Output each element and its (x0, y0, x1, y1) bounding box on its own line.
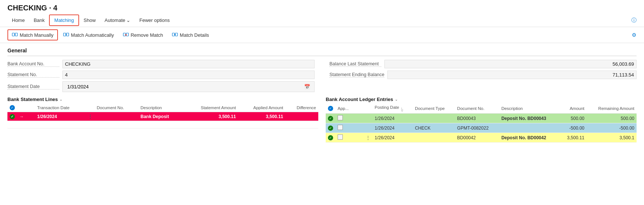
form-left-col: Bank Account No. CHECKING Statement No. … (7, 60, 315, 92)
bal-row3-app (335, 133, 355, 143)
bsl-row-check: ✓ (7, 112, 17, 121)
bal-row2-amount: -500.00 (560, 123, 586, 133)
bsl-header-check[interactable]: ✓ (10, 105, 15, 110)
bal-row1-check: ✓ (326, 114, 335, 123)
bal-row1-document-type (413, 114, 455, 123)
statement-date-label: Statement Date (7, 84, 59, 90)
bsl-row-arrow: → (17, 112, 26, 121)
nav-matching[interactable]: Matching (49, 14, 79, 26)
bal-row2-app (335, 123, 355, 133)
bal-row1-app (335, 114, 355, 123)
bal-col-document-type: Document Type (413, 104, 455, 114)
balance-last-statement-label: Balance Last Statement (329, 61, 381, 67)
info-icon[interactable]: ⓘ (631, 17, 637, 23)
bal-row3-document-no: BD00042 (455, 133, 499, 143)
statement-no-row: Statement No. 4 (7, 71, 315, 79)
bal-row1-posting-date: 1/26/2024 (373, 114, 413, 123)
nav-show[interactable]: Show (79, 15, 100, 25)
match-automatically-button[interactable]: Match Automatically (59, 30, 118, 40)
bal-header-check[interactable]: ✓ (328, 106, 333, 111)
svg-rect-10 (172, 33, 175, 36)
bal-row3-description: Deposit No. BD00042 (499, 133, 560, 143)
match-automatically-icon (63, 32, 69, 38)
chevron-down-icon: ⌄ (126, 17, 130, 23)
bal-row1-check-icon: ✓ (328, 116, 333, 121)
bal-col-posting-date: Posting Date ↓▽ (373, 104, 413, 114)
bank-ledger-header-row: Bank Account Ledger Entries ⌄ (326, 97, 637, 102)
bank-account-value: CHECKING (62, 60, 315, 68)
bank-statement-dropdown-icon[interactable]: ⌄ (59, 97, 62, 101)
remove-match-icon (123, 32, 129, 38)
bal-row1-document-no: BD00043 (455, 114, 499, 123)
svg-rect-4 (66, 33, 69, 36)
bsl-row-statement-amount: 3,500.11 (183, 112, 238, 121)
statement-date-input[interactable]: 1/31/2024 (65, 83, 302, 91)
remove-match-button[interactable]: Remove Match (119, 30, 167, 40)
balance-last-statement-value: 56,003.69 (384, 60, 637, 68)
bank-ledger-dropdown-icon[interactable]: ⌄ (395, 97, 398, 101)
bal-row2-app-square (338, 125, 343, 130)
bsl-row-dots[interactable]: ⋮ (86, 112, 95, 121)
table-row[interactable]: ✓ 1/26/2024 BD00043 Deposit No. BD00043 … (326, 114, 637, 123)
match-manually-icon (12, 32, 18, 38)
bal-row2-dots (364, 123, 373, 133)
bal-row1-dots (364, 114, 373, 123)
bank-ledger-panel: Bank Account Ledger Entries ⌄ ✓ App... P… (322, 97, 637, 143)
page-title: CHECKING · 4 (7, 4, 57, 12)
calendar-icon[interactable]: 📅 (302, 83, 312, 91)
statement-ending-balance-row: Statement Ending Balance 71,113.54 (329, 71, 637, 79)
bal-row2-check2 (355, 123, 364, 133)
bank-statement-header-row: Bank Statement Lines ⌄ (7, 97, 318, 102)
nav-fewer-options[interactable]: Fewer options (135, 15, 174, 25)
bal-row2-document-type: CHECK (413, 123, 455, 133)
statement-ending-balance-label: Statement Ending Balance (329, 72, 384, 78)
bsl-row-check2 (26, 112, 35, 121)
tables-section: Bank Statement Lines ⌄ ✓ Transaction Dat… (0, 97, 644, 143)
bal-col-check: ✓ (326, 104, 335, 114)
bal-row2-posting-date: 1/26/2024 (373, 123, 413, 133)
bal-row1-app-square (338, 115, 343, 120)
bal-row3-dots[interactable]: ⋮ (364, 133, 373, 143)
bsl-col-difference: Difference (286, 104, 318, 112)
table-row[interactable]: ✓ 1/26/2024 CHECK GPMT-0082022 -500.00 -… (326, 123, 637, 133)
statement-date-field[interactable]: 1/31/2024 📅 (62, 81, 315, 92)
bal-col-dots (364, 104, 373, 114)
statement-no-label: Statement No. (7, 72, 59, 78)
balance-last-statement-row: Balance Last Statement 56,003.69 (329, 60, 637, 68)
bal-col-document-no: Document No. (455, 104, 499, 114)
bal-row3-amount: 3,500.11 (560, 133, 586, 143)
bsl-col-description: Description (138, 104, 183, 112)
match-manually-button[interactable]: Match Manually (7, 29, 58, 40)
bal-row1-remaining: 500.00 (587, 114, 637, 123)
bal-row2-document-no: GPMT-0082022 (455, 123, 499, 133)
nav-home[interactable]: Home (7, 15, 29, 25)
bal-row2-remaining: -500.00 (587, 123, 637, 133)
bsl-row-check-icon: ✓ (10, 114, 15, 119)
table-row[interactable]: ✓ ⋮ 1/26/2024 BD00042 Deposit No. BD0004… (326, 133, 637, 143)
bsl-row-description: Bank Deposit (138, 112, 183, 121)
bsl-col-transaction-date: Transaction Date (35, 104, 86, 112)
table-row[interactable]: ✓ → 1/26/2024 ⋮ Bank Deposit 3,500.11 3,… (7, 112, 318, 121)
bal-row3-check-icon: ✓ (328, 135, 333, 140)
settings-icon[interactable]: ⚙ (632, 32, 637, 38)
bank-statement-table: ✓ Transaction Date Document No. Descript… (7, 104, 318, 128)
bank-statement-title: Bank Statement Lines (7, 97, 58, 102)
bank-account-row: Bank Account No. CHECKING (7, 60, 315, 68)
svg-rect-3 (64, 33, 66, 36)
bsl-row-transaction-date: 1/26/2024 (35, 112, 86, 121)
bsl-row-difference (286, 112, 318, 121)
bal-col-remaining-amount: Remaining Amount (587, 104, 637, 114)
bsl-col-check: ✓ (7, 104, 17, 112)
bal-row3-check2 (355, 133, 364, 143)
general-form: Bank Account No. CHECKING Statement No. … (7, 60, 637, 92)
nav-automate[interactable]: Automate ⌄ (100, 15, 135, 25)
toolbar: Match Manually Match Automatically Remov… (0, 27, 644, 43)
bal-col-app: App... (335, 104, 355, 114)
svg-rect-0 (12, 33, 14, 36)
bank-ledger-title: Bank Account Ledger Entries (326, 97, 393, 102)
match-details-button[interactable]: Match Details (168, 30, 213, 40)
bal-col-description: Description (499, 104, 560, 114)
form-right-col: Balance Last Statement 56,003.69 Stateme… (329, 60, 637, 92)
nav-bank[interactable]: Bank (29, 15, 49, 25)
nav-bar: Home Bank Matching Show Automate ⌄ Fewer… (0, 14, 644, 27)
